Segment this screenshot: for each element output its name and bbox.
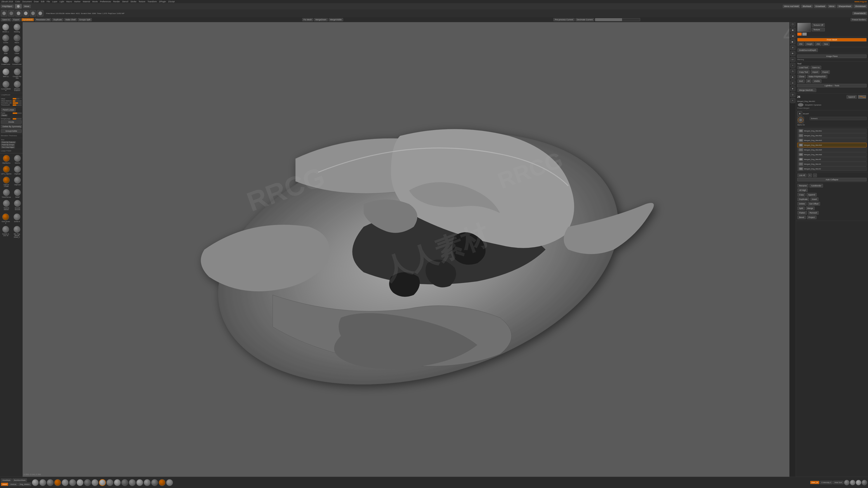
heal-sort-btn[interactable]: Heal Sort xyxy=(833,481,843,484)
trim-crisp-edges-btn[interactable]: Trim Crisp Edges xyxy=(1,146,15,148)
height-256-btn[interactable]: 256 xyxy=(798,42,804,46)
from-mesh-btn[interactable]: From Mesh xyxy=(797,38,867,41)
image-plane-btn[interactable]: Image Plane xyxy=(797,55,867,58)
selwf-tool[interactable]: SelwF xyxy=(13,188,22,199)
texture-btn[interactable]: Texture xyxy=(812,28,825,31)
brush-dam-s2[interactable] xyxy=(136,479,143,486)
all-btn[interactable]: All xyxy=(806,79,811,83)
screw3-tool[interactable]: Screws S, 1Scr St xyxy=(0,225,11,238)
resolution-btn[interactable]: Resolution 256 xyxy=(35,18,51,21)
menu-document[interactable]: Document xyxy=(22,0,32,3)
menu-preferences[interactable]: Preferences xyxy=(100,0,111,3)
front-icon[interactable]: ▶ xyxy=(790,39,795,44)
toolbar-poly[interactable]: PolyObject xyxy=(1,5,13,8)
divide-btn[interactable]: Divide xyxy=(1,120,22,124)
tool-icon-4[interactable] xyxy=(23,10,29,17)
subtool-item-3[interactable]: Merged_Dog_Mec4b3 xyxy=(797,138,867,142)
warning-icon[interactable]: ⚠ xyxy=(790,69,795,74)
visible-btn[interactable]: Visible xyxy=(812,79,822,83)
menu-color[interactable]: Color xyxy=(16,0,20,3)
new-btn[interactable]: New xyxy=(822,42,830,46)
subtool-item-6[interactable]: Merged_Dog_Mec4b6 xyxy=(797,152,867,157)
delete-ops-btn[interactable]: Delete xyxy=(798,202,807,205)
poly-icon[interactable]: ⬡ xyxy=(790,22,795,27)
curvetspen-tool[interactable]: Curvets Pen Sha xyxy=(12,68,22,79)
import-tool-btn[interactable]: Import xyxy=(811,70,820,74)
menu-zbrush[interactable]: ZBrush 2018 xyxy=(1,0,13,3)
save-as-tool-btn[interactable]: Save As xyxy=(811,66,821,69)
subtool-item-7[interactable]: Merged_Dog_Mec45 xyxy=(797,157,867,162)
pre-process-btn[interactable]: Pre-process Current xyxy=(553,18,575,21)
down-arrow-icon[interactable]: ▼ xyxy=(790,86,795,91)
tool-icon-1[interactable] xyxy=(1,10,7,17)
subtool-item-4[interactable]: Merged_Dog_Mec4b4 xyxy=(797,143,867,147)
thickness-slider[interactable] xyxy=(13,104,22,106)
show-hide-3d-btn[interactable]: ShowHide3D xyxy=(852,12,867,15)
brush-extract-icon[interactable]: ✱ xyxy=(797,111,802,116)
merge-mesh-btn[interactable]: Merge Mesh3D... xyxy=(798,88,816,92)
decimate-btn[interactable]: Decimate Current xyxy=(576,18,594,21)
smooth-smooth-tool[interactable]: Smooth Smooth xyxy=(13,199,22,211)
save-as-btn[interactable]: Save As xyxy=(1,18,11,21)
zmodels-tool[interactable]: ZModels Snakemi xyxy=(12,80,22,92)
tool-icon-5[interactable] xyxy=(30,10,36,17)
brush-inflate2[interactable] xyxy=(159,479,165,486)
toolbar-blur-mask[interactable]: BlurMask xyxy=(801,5,813,8)
zedit-tool[interactable]: ZEdit xyxy=(0,45,11,55)
groups-loops-slider[interactable] xyxy=(13,118,22,120)
menu-edit[interactable]: Edit xyxy=(41,0,44,3)
texture-preview[interactable] xyxy=(797,23,811,32)
floor-icon[interactable]: ▭ xyxy=(790,57,795,62)
dam-st-label[interactable]: Dam_St xyxy=(810,481,819,484)
screw1-tool[interactable]: Octa Screw 8 xyxy=(0,213,11,225)
trimcin-sliicker-tool[interactable]: TrimCin Sliicker xyxy=(0,199,12,211)
tool-icon-2[interactable] xyxy=(8,10,14,17)
brush-claytub[interactable] xyxy=(54,479,61,486)
brush-dam-sa[interactable] xyxy=(144,479,151,486)
menu-light[interactable]: Light xyxy=(60,0,64,3)
subtool-item-1[interactable]: Merged_Dog_Mec4b1 xyxy=(797,129,867,133)
backface-mask-btn[interactable]: BackfaceMask xyxy=(12,479,27,482)
groups-split-btn[interactable]: Groups Split xyxy=(78,18,92,21)
menu-stencil[interactable]: Stencil xyxy=(122,0,128,3)
copy-ops-btn[interactable]: Copy xyxy=(798,193,805,197)
plus-list-btn[interactable]: + xyxy=(808,173,812,177)
curves-curve-tool[interactable]: CurvesCurve xyxy=(11,56,22,66)
group-visible-btn[interactable]: GroupVisible xyxy=(1,129,22,133)
append-ops-btn[interactable]: Append xyxy=(807,193,817,197)
minus-list-btn[interactable]: - xyxy=(813,173,817,177)
masking-tool[interactable]: Masking xyxy=(11,23,22,33)
menu-macro[interactable]: Macro xyxy=(66,0,72,3)
insert-ops-btn[interactable]: Insert xyxy=(810,197,819,201)
menu-texture[interactable]: Texture xyxy=(138,0,145,3)
color-swatch-orange[interactable] xyxy=(797,33,802,36)
delete-symmetry-btn[interactable]: Delete By Symmetry xyxy=(1,125,22,128)
menu-render[interactable]: Render xyxy=(113,0,120,3)
subtool-item-9[interactable]: Merged_Dog_Mec42 xyxy=(797,166,867,171)
clipcuv2-tool[interactable]: ClipCuv2 xyxy=(13,176,22,188)
brush-dam-st[interactable] xyxy=(99,479,106,486)
orientation-slider[interactable] xyxy=(13,102,22,104)
menu-draw[interactable]: Draw xyxy=(34,0,39,3)
get-offset-btn[interactable]: Get Offset xyxy=(808,202,820,205)
toolbar-grow-mask[interactable]: GrowMask xyxy=(814,5,827,8)
additive-icon[interactable]: + xyxy=(790,98,795,103)
movecu-tool[interactable]: MoveC.u xyxy=(0,23,11,33)
duplicate-btn[interactable]: Duplicate xyxy=(52,18,63,21)
export-tool-btn[interactable]: Export xyxy=(821,70,830,74)
goz-btn[interactable]: GoZ xyxy=(798,79,805,83)
menu-zscript[interactable]: ZScript xyxy=(168,0,175,3)
subtool-item-5[interactable]: Merged_Dog_Mec4b5 xyxy=(797,148,867,152)
eye-icon[interactable]: 👁 xyxy=(790,51,795,56)
inverse-btn[interactable]: Inverse xyxy=(9,483,18,486)
toolbar-mirror-weld[interactable]: Mirror And Weld xyxy=(783,5,800,8)
polish-slider[interactable] xyxy=(13,112,22,114)
tool-icon-3[interactable] xyxy=(16,10,22,17)
back-icon[interactable]: ◀ xyxy=(790,33,795,38)
shading-icon[interactable]: ☀ xyxy=(790,45,795,50)
menu-movie[interactable]: Movie xyxy=(92,0,98,3)
brush-hstar[interactable] xyxy=(166,479,173,486)
project-ops-btn[interactable]: Project xyxy=(807,216,816,219)
alpha-icon[interactable]: α xyxy=(790,80,795,86)
clipcuv-create-tool[interactable]: ClipCuv Create xyxy=(0,176,12,188)
